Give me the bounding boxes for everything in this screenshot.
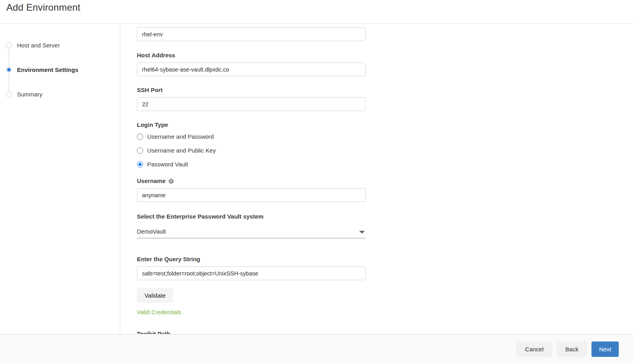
validation-status: Valid Credentials [137,309,366,316]
login-type-label: Login Type [137,121,366,128]
validate-button[interactable]: Validate [137,288,173,303]
query-string-label: Enter the Query String [137,256,366,263]
radio-username-and-public-key[interactable]: Username and Public Key [137,143,366,157]
radio-unchecked-icon [137,147,143,154]
step-circle-active-icon [6,67,12,73]
cancel-button[interactable]: Cancel [516,341,552,357]
radio-username-and-password[interactable]: Username and Password [137,130,366,143]
environment-name-input[interactable] [137,27,366,41]
stepper-step-host-and-server[interactable]: Host and Server [0,33,120,57]
vault-select-value: DemoVault [137,228,166,235]
login-type-radio-group: Username and Password Username and Publi… [137,130,366,171]
vault-system-label: Select the Enterprise Password Vault sys… [137,213,366,220]
step-circle-icon [6,42,12,48]
vault-select[interactable]: DemoVault [137,226,366,238]
page-header: Add Environment [0,0,633,24]
radio-unchecked-icon [137,134,143,140]
ssh-port-label: SSH Port [137,87,366,94]
step-label: Summary [17,91,42,98]
wizard-footer: Cancel Back Next [0,334,633,364]
toolkit-path-label-clipped: Toolkit Path [137,330,366,334]
wizard-stepper: Host and Server Environment Settings Sum… [0,24,120,334]
page-title: Add Environment [6,2,80,13]
stepper-step-environment-settings[interactable]: Environment Settings [0,57,120,82]
back-button[interactable]: Back [557,341,587,357]
step-circle-icon [6,91,12,97]
query-string-input[interactable] [137,266,366,280]
radio-label: Password Vault [147,161,188,168]
radio-password-vault[interactable]: Password Vault [137,157,366,171]
radio-label: Username and Password [147,133,214,140]
next-button[interactable]: Next [591,341,619,357]
step-label: Environment Settings [17,66,78,73]
environment-settings-form: Host Address SSH Port Login Type Usernam… [137,24,366,334]
host-address-input[interactable] [137,62,366,76]
chevron-down-icon [359,231,365,234]
ssh-port-input[interactable] [137,97,366,111]
username-input[interactable] [137,188,366,202]
step-label: Host and Server [17,42,60,49]
radio-label: Username and Public Key [147,147,216,154]
stepper-step-summary[interactable]: Summary [0,82,120,106]
wizard-content: Host and Server Environment Settings Sum… [0,24,633,334]
username-label: Username [137,177,166,185]
host-address-label: Host Address [137,52,366,59]
radio-checked-icon [137,161,143,168]
info-icon[interactable] [169,179,174,184]
